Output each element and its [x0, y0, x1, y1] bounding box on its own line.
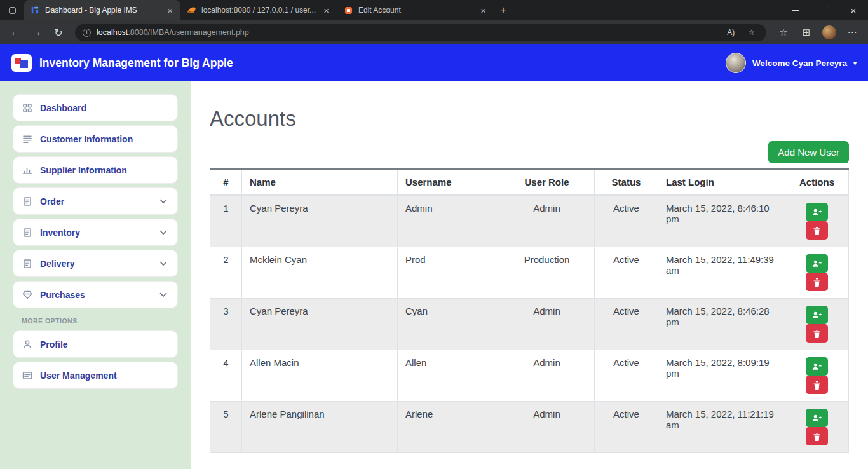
read-aloud-icon[interactable]: A): [723, 28, 738, 37]
sidebar-item-user-management[interactable]: User Management: [13, 362, 178, 389]
column-header-number: #: [210, 169, 242, 195]
cell-status: Active: [595, 195, 658, 247]
delete-user-button[interactable]: [806, 221, 828, 240]
delete-user-button[interactable]: [806, 427, 828, 445]
sidebar-item-supplier-information[interactable]: Supplier Information: [13, 156, 178, 184]
sidebar-item-delivery[interactable]: Delivery: [13, 250, 178, 277]
cell-role: Admin: [499, 195, 595, 247]
browser-tab-phpmyadmin[interactable]: localhost:8080 / 127.0.0.1 / user... ×: [180, 0, 337, 20]
forward-button[interactable]: →: [27, 23, 47, 42]
edit-user-button[interactable]: [806, 203, 828, 221]
cell-number: 2: [210, 247, 242, 299]
accounts-table: # Name Username User Role Status Last Lo…: [210, 168, 849, 453]
cell-last-login: March 15, 2022, 11:21:19 am: [658, 402, 785, 453]
cell-actions: [785, 299, 849, 350]
tab-actions-icon: [9, 7, 16, 14]
collections-icon[interactable]: ⊞: [796, 23, 817, 42]
sidebar-item-purchases[interactable]: Purchases: [13, 281, 178, 308]
tab-close-icon[interactable]: ×: [165, 6, 175, 15]
toolbar-row: Add New User: [210, 141, 849, 163]
favorites-icon[interactable]: ☆: [773, 23, 794, 42]
page-title: Accounts: [210, 107, 849, 131]
sidebar-item-profile[interactable]: Profile: [13, 330, 178, 358]
minimize-icon: [792, 10, 799, 10]
cell-status: Active: [595, 299, 658, 350]
user-edit-icon: [812, 311, 822, 319]
tab-close-icon[interactable]: ×: [322, 6, 331, 15]
ims-favicon: [30, 5, 40, 15]
browser-profile-button[interactable]: [818, 23, 840, 42]
browser-menu-icon[interactable]: ⋯: [841, 23, 863, 42]
new-tab-button[interactable]: +: [494, 0, 513, 20]
sidebar-item-label: Purchases: [40, 290, 85, 300]
edit-user-button[interactable]: [806, 409, 828, 427]
user-edit-icon: [812, 259, 822, 268]
column-header-username: Username: [398, 169, 499, 195]
app-header: Inventory Management for Big Apple Welco…: [0, 44, 868, 81]
cell-username: Prod: [398, 247, 499, 299]
sidebar-item-label: User Management: [40, 370, 117, 381]
cell-name: Cyan Pereyra: [242, 195, 398, 247]
cell-username: Cyan: [398, 299, 499, 350]
cell-name: Mcklein Cyan: [242, 247, 398, 299]
app-title: Inventory Management for Big Apple: [39, 57, 233, 70]
tab-title: Dashboard - Big Apple IMS: [45, 6, 160, 15]
back-button[interactable]: ←: [5, 23, 25, 42]
restore-icon: [822, 8, 827, 13]
cell-number: 3: [210, 299, 242, 350]
rows-icon: [22, 134, 32, 144]
delete-user-button[interactable]: [806, 376, 828, 394]
gem-icon: [22, 290, 32, 300]
sidebar-item-customer-information[interactable]: Customer Information: [13, 125, 178, 153]
browser-tab-edit-account[interactable]: Edit Account ×: [337, 0, 494, 20]
clipboard-icon: [22, 228, 32, 238]
address-bar[interactable]: i localhost:8080/IMBA/usermanagement.php…: [75, 24, 766, 41]
delete-user-button[interactable]: [806, 324, 828, 343]
user-menu[interactable]: Welcome Cyan Pereyra ▾: [726, 53, 857, 73]
sidebar-item-dashboard[interactable]: Dashboard: [13, 94, 178, 121]
window-close-button[interactable]: ×: [839, 0, 868, 20]
edit-user-button[interactable]: [806, 306, 828, 324]
cell-role: Admin: [499, 402, 595, 453]
column-header-name: Name: [242, 169, 398, 195]
sidebar: Dashboard Customer Information Supplier …: [0, 81, 191, 469]
browser-toolbar: ← → ↻ i localhost:8080/IMBA/usermanageme…: [0, 20, 868, 44]
trash-icon: [813, 226, 821, 235]
user-avatar: [726, 53, 746, 73]
refresh-button[interactable]: ↻: [48, 23, 69, 42]
chevron-down-icon: [158, 292, 168, 297]
site-info-icon[interactable]: i: [83, 29, 91, 37]
sidebar-item-label: Supplier Information: [40, 165, 127, 175]
add-new-user-button[interactable]: Add New User: [768, 141, 849, 163]
edit-user-button[interactable]: [806, 254, 828, 273]
tab-actions-button[interactable]: [0, 0, 24, 20]
edit-user-button[interactable]: [806, 357, 828, 376]
trash-icon: [813, 329, 821, 338]
url-text: localhost:8080/IMBA/usermanagement.php: [97, 28, 249, 37]
cell-actions: [785, 402, 849, 453]
cell-username: Arlene: [398, 402, 499, 453]
window-restore-button[interactable]: [810, 0, 839, 20]
cell-role: Admin: [499, 350, 595, 402]
browser-tab-dashboard[interactable]: Dashboard - Big Apple IMS ×: [24, 0, 180, 20]
tab-close-icon[interactable]: ×: [478, 6, 488, 15]
cell-number: 4: [210, 350, 242, 402]
window-minimize-button[interactable]: [780, 0, 810, 20]
delete-user-button[interactable]: [806, 273, 828, 291]
table-row: 2 Mcklein Cyan Prod Production Active Ma…: [210, 247, 849, 299]
clipboard-icon: [22, 196, 32, 207]
sidebar-item-inventory[interactable]: Inventory: [13, 219, 178, 246]
sidebar-item-order[interactable]: Order: [13, 187, 178, 215]
sidebar-item-label: Order: [40, 196, 64, 207]
user-edit-icon: [812, 414, 822, 422]
cell-status: Active: [595, 350, 658, 402]
cell-name: Cyan Pereyra: [242, 299, 398, 350]
column-header-role: User Role: [499, 169, 595, 195]
column-header-status: Status: [595, 169, 658, 195]
chevron-down-icon: [158, 230, 168, 235]
welcome-label: Welcome Cyan Pereyra: [752, 58, 847, 68]
add-favorite-icon[interactable]: ☆: [744, 28, 759, 37]
table-row: 5 Arlene Pangilinan Arlene Admin Active …: [210, 402, 849, 453]
table-row: 1 Cyan Pereyra Admin Admin Active March …: [210, 195, 849, 247]
cell-last-login: March 15, 2022, 8:46:10 pm: [658, 195, 785, 247]
